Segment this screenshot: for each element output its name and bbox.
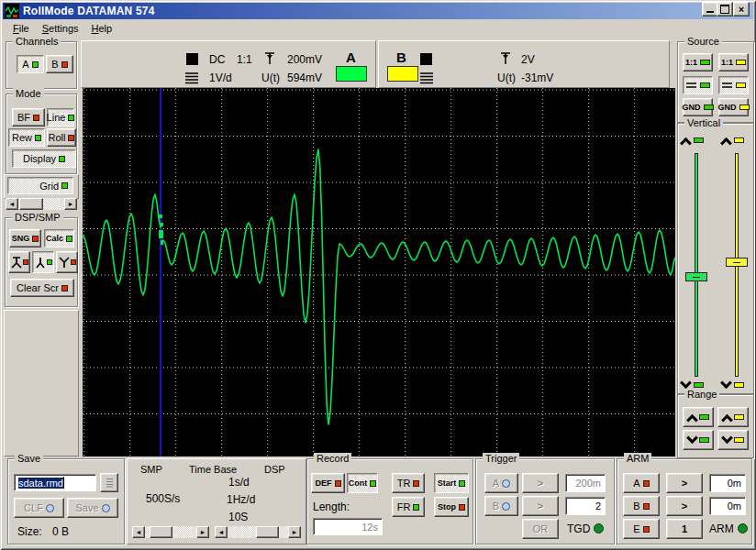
channel-a-info-panel: DC 1:1 1V/d U(t) 200mV 594mV A — [81, 40, 376, 88]
record-fr-button[interactable]: FR — [392, 497, 425, 517]
sample-up-icon — [58, 256, 70, 269]
scroll-right-icon[interactable]: ► — [196, 526, 209, 538]
smp-mode-1-button[interactable] — [8, 251, 30, 273]
scroll-left-icon[interactable]: ◄ — [132, 526, 145, 538]
arm-b-button[interactable]: B — [623, 496, 660, 516]
channel-b-info-panel: B U(t) 2V -31mV — [378, 40, 670, 88]
arm-slope-a-button[interactable]: > — [666, 473, 703, 493]
channel-b-button[interactable]: B — [46, 55, 73, 73]
mode-display-button[interactable]: Display — [12, 149, 76, 168]
source-gnd-a-button[interactable]: GND — [683, 98, 713, 116]
mode-roll-button[interactable]: Roll — [47, 128, 76, 147]
save-led — [102, 504, 110, 512]
vertical-slider-a-thumb[interactable] — [685, 272, 707, 281]
trigger-b-button[interactable]: B — [484, 496, 518, 516]
sng-button[interactable]: SNG — [9, 229, 41, 248]
arm-count-button[interactable]: 1 — [666, 519, 703, 539]
trigger-slope-b-button[interactable]: > — [522, 496, 559, 516]
record-start-button[interactable]: Start — [434, 473, 469, 493]
arm-e-button[interactable]: E — [623, 519, 660, 539]
clear-screen-label: Clear Scr — [17, 282, 59, 293]
source-gnd-b-label: GND — [718, 103, 737, 112]
scrollbar-thumb[interactable] — [19, 198, 43, 210]
trigger-slope-a-button[interactable]: > — [522, 473, 559, 493]
range-down-b-button[interactable] — [717, 430, 749, 450]
smp-scrollbar[interactable]: ◄ ► — [132, 526, 209, 538]
smp-mode-2-button[interactable] — [32, 251, 54, 273]
arm-a-button[interactable]: A — [623, 473, 660, 493]
trigger-level-b-input[interactable]: 2 — [565, 497, 606, 515]
mode-line-button[interactable]: Line — [47, 108, 74, 126]
trigger-level-b-value: 2 — [595, 500, 601, 512]
scroll-right-icon[interactable]: ► — [288, 526, 301, 538]
record-stop-button[interactable]: Stop — [434, 497, 469, 517]
arm-delay-b-input[interactable]: 0m — [709, 497, 746, 515]
record-def-label: DEF — [316, 478, 332, 488]
grid-button[interactable]: Grid — [7, 177, 73, 194]
record-def-button[interactable]: DEF — [311, 473, 345, 493]
channel-a-coupling: DC — [209, 53, 225, 66]
menu-help[interactable]: Help — [86, 21, 118, 36]
sample-mid-icon — [34, 256, 46, 269]
app-window: RollMode DATAMAN 574 × File Settings Hel… — [0, 0, 756, 550]
scrollbar-thumb[interactable] — [256, 526, 279, 538]
source-lines-b-button[interactable] — [718, 76, 749, 94]
scroll-left-icon[interactable]: ◄ — [6, 198, 18, 210]
source-ratio-a-button[interactable]: 1:1 — [683, 53, 713, 72]
trigger-level-a-input[interactable]: 200m — [565, 474, 606, 492]
filename-input[interactable]: sdata.rmd — [14, 474, 96, 491]
smp-mode-3-button[interactable] — [56, 251, 78, 273]
arm-slope-b-button[interactable]: > — [666, 496, 703, 516]
mode-line-label: Line — [47, 112, 66, 123]
channel-b-color-swatch — [387, 66, 418, 82]
channel-a-button[interactable]: A — [17, 55, 44, 73]
record-tr-button[interactable]: TR — [392, 473, 425, 493]
mode-bf-button[interactable]: BF — [12, 108, 45, 126]
source-gnd-b-button[interactable]: GND — [718, 98, 749, 116]
record-cont-led — [370, 480, 376, 487]
close-button[interactable]: × — [733, 2, 750, 16]
scope-display[interactable] — [83, 88, 675, 456]
clf-button[interactable]: CLF — [14, 498, 64, 518]
arm-status-led — [738, 523, 748, 534]
save-button[interactable]: Save — [67, 498, 118, 518]
title-bar: RollMode DATAMAN 574 — [3, 3, 753, 19]
clear-screen-button[interactable]: Clear Scr — [10, 279, 74, 297]
trigger-or-button[interactable]: OR — [522, 519, 559, 539]
scrollbar-thumb[interactable] — [150, 526, 172, 538]
arm-group-label: ARM — [624, 453, 651, 465]
calc-button[interactable]: Calc — [44, 229, 74, 248]
menu-settings[interactable]: Settings — [37, 21, 84, 36]
menu-file[interactable]: File — [7, 21, 35, 36]
vertical-group-label: Vertical — [684, 117, 723, 129]
range-down-a-button[interactable] — [683, 430, 714, 450]
maximize-button[interactable] — [717, 2, 733, 16]
vertical-down-b-button[interactable] — [722, 378, 753, 392]
channel-a-name: A — [346, 50, 356, 65]
vertical-slider-b-thumb[interactable] — [726, 258, 748, 267]
length-input[interactable]: 12s — [313, 518, 383, 535]
file-list-button[interactable] — [100, 473, 118, 492]
clf-led — [46, 504, 54, 512]
record-cont-button[interactable]: Cont — [347, 473, 378, 493]
dsp-scrollbar[interactable]: ◄ ► — [215, 526, 301, 538]
mode-bf-led — [33, 115, 39, 121]
sidebar-scrollbar[interactable]: ◄ ► — [6, 198, 77, 210]
vertical-up-b-button[interactable] — [722, 133, 753, 148]
scroll-right-icon[interactable]: ► — [64, 198, 77, 210]
vertical-up-a-button[interactable] — [682, 133, 713, 148]
source-ratio-b-button[interactable]: 1:1 — [718, 53, 749, 72]
trigger-a-button[interactable]: A — [484, 473, 518, 493]
trigger-group-label: Trigger — [483, 453, 519, 465]
scroll-left-icon[interactable]: ◄ — [215, 526, 228, 538]
range-group: Range — [677, 394, 754, 458]
vertical-slider-a-track[interactable] — [695, 153, 698, 377]
mode-rew-button[interactable]: Rew — [8, 128, 45, 147]
arm-delay-a-input[interactable]: 0m — [709, 474, 746, 492]
range-up-b-button[interactable] — [717, 407, 749, 427]
range-up-a-button[interactable] — [683, 407, 714, 427]
source-lines-a-button[interactable] — [683, 76, 713, 94]
channel-a-color-swatch — [336, 66, 367, 82]
list-icon — [106, 478, 114, 488]
channels-group: Channels A B — [6, 41, 77, 89]
